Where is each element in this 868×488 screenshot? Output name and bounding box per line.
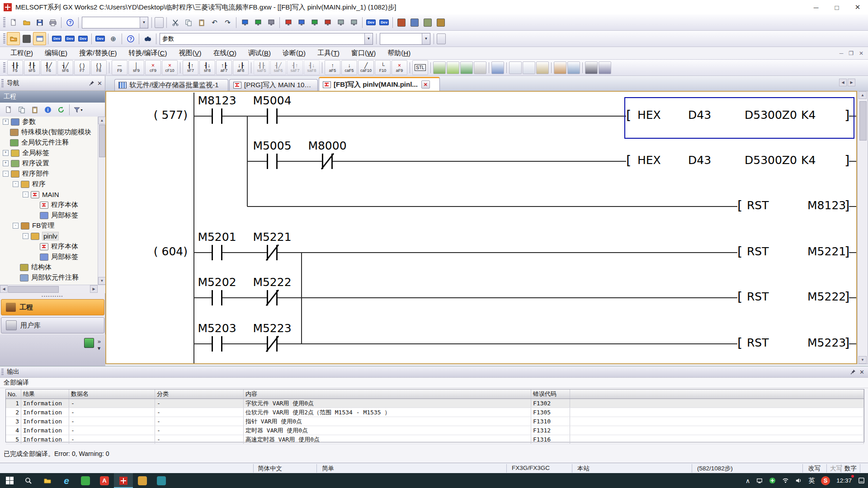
menu-调试[interactable]: 调试(B) [242, 47, 277, 59]
find-target-combo[interactable]: 参数▼ [160, 33, 373, 45]
app-red-a[interactable]: A [95, 473, 114, 488]
statement-doc-button[interactable] [509, 61, 522, 74]
close-button[interactable]: ✕ [847, 0, 868, 14]
open-button[interactable] [20, 16, 33, 29]
ladder-symbol-aF5-button[interactable]: ↑aF5 [325, 60, 340, 75]
ladder-symbol-aF8-button[interactable]: ↓┠aF8 [233, 60, 249, 75]
expand-toggle-icon[interactable]: - [13, 181, 19, 187]
instruction-operand[interactable]: M5223 [807, 336, 846, 349]
connection-destination-icon[interactable] [84, 338, 94, 348]
ladder-symbol-saF7-button[interactable]: ┨↑saF7 [287, 60, 303, 75]
small-button[interactable] [437, 33, 446, 44]
tray-pc-icon[interactable] [753, 473, 766, 488]
column-header-错误代码[interactable]: 错误代码 [531, 389, 570, 399]
ladder-symbol-STL-button[interactable]: STL [412, 60, 428, 75]
instruction-operand[interactable]: D43 [688, 154, 711, 167]
tree-item-程序设置[interactable]: +程序设置 [0, 158, 98, 169]
ladder-symbol-sF7-button[interactable]: ┨↑sF7 [183, 60, 198, 75]
expand-toggle-icon[interactable]: + [3, 150, 9, 156]
instruction-mnemonic[interactable]: HEX [637, 154, 661, 167]
sogou-ime-icon[interactable]: S [818, 473, 833, 488]
clock[interactable]: 12:37 [833, 473, 855, 488]
ladder-symbol-F5-button[interactable]: ┨┠F5 [7, 60, 23, 75]
ladder-symbol-F9-button[interactable]: ─F9 [112, 60, 127, 75]
new-button[interactable] [7, 16, 20, 29]
expand-chevron-icon[interactable]: »▾ [98, 338, 101, 352]
nav-tab-userlib[interactable]: 用户库 [1, 317, 104, 333]
tray-green-icon[interactable] [766, 473, 779, 488]
app-green[interactable] [76, 473, 95, 488]
device-label[interactable]: M5223 [238, 322, 306, 335]
ladder-symbol-F6-button[interactable]: ┨╱F6 [41, 60, 57, 75]
menu-工具[interactable]: 工具(T) [311, 47, 345, 59]
ladder-symbol-caF10-button[interactable]: ╱caF10 [358, 60, 374, 75]
docking-window-button[interactable] [20, 32, 33, 45]
project-data-combo[interactable]: ▼ [82, 17, 148, 28]
tab-close-icon[interactable]: ✕ [421, 80, 430, 89]
device-display-button[interactable]: Dev [364, 16, 377, 29]
instruction-mnemonic[interactable]: RST [747, 336, 769, 349]
tree-item-结构体[interactable]: 结构体 [0, 262, 98, 272]
copy-button[interactable] [182, 16, 195, 29]
read-from-plc-button[interactable] [295, 16, 308, 29]
program-check-button[interactable] [408, 16, 421, 29]
ladder-symbol-F7-button[interactable]: ( )F7 [74, 60, 90, 75]
redo-button[interactable]: ↷ [221, 16, 234, 29]
app-gold[interactable] [133, 473, 152, 488]
tree-item-pinlv[interactable]: -pinlv [0, 231, 98, 241]
tree-item-FB管理[interactable]: -FB管理 [0, 221, 98, 231]
ladder-symbol-sF9-button[interactable]: │sF9 [128, 60, 144, 75]
drag-grip[interactable] [1, 369, 4, 375]
wifi-icon[interactable] [779, 473, 792, 488]
expand-toggle-icon[interactable]: - [13, 223, 19, 229]
device-label[interactable]: M5221 [238, 230, 306, 244]
device-batch-button[interactable]: Dev [377, 16, 391, 29]
device-monitor-button[interactable] [238, 16, 251, 29]
find-value-combo[interactable]: ▼ [380, 33, 430, 45]
comment-display-button[interactable]: Dev [50, 32, 63, 45]
help2-button[interactable]: ? [124, 32, 137, 45]
tree-vertical-scrollbar[interactable]: ▲ ▼ [98, 117, 106, 285]
expand-toggle-icon[interactable]: - [23, 192, 28, 197]
instruction-operand[interactable]: D5300Z0 [745, 154, 797, 167]
device-label[interactable]: M5004 [238, 94, 306, 107]
output-close-icon[interactable]: ✕ [859, 369, 864, 375]
edit-disabled-button[interactable] [474, 61, 486, 74]
combo-dropdown-icon[interactable]: ▼ [364, 33, 373, 44]
internet-explorer[interactable]: e [57, 473, 76, 488]
zoom-tool-button[interactable] [599, 61, 611, 74]
print-button[interactable] [46, 16, 59, 29]
tree-item-程序部件[interactable]: -程序部件 [0, 169, 98, 179]
monitor-b-button[interactable] [347, 16, 360, 29]
insert-coil-button[interactable] [460, 61, 473, 74]
ladder-symbol-cF9-button[interactable]: ×cF9 [145, 60, 161, 75]
tree-item-程序[interactable]: -程序 [0, 179, 98, 189]
stop-monitor-button[interactable] [321, 16, 334, 29]
project-window-button[interactable] [7, 32, 20, 45]
tree-item-全局标签[interactable]: +全局标签 [0, 148, 98, 158]
editor-vertical-scrollbar[interactable]: ▲ ▼ [857, 91, 868, 364]
start-monitor-button[interactable] [308, 16, 321, 29]
data-info-button[interactable]: i [41, 103, 54, 117]
cut-button[interactable] [169, 16, 182, 29]
tree-item-MAIN[interactable]: -MAIN [0, 189, 98, 200]
expand-toggle-icon[interactable]: - [23, 233, 28, 239]
tree-item-局部软元件注释[interactable]: 局部软元件注释 [0, 272, 98, 283]
device-test-button[interactable]: Dev [94, 32, 107, 45]
inline-st-button[interactable] [491, 61, 504, 74]
panel-splitter[interactable]: ▪▪▪▪▪▪▪▪▪▪ [0, 293, 105, 299]
logic-test-button[interactable] [395, 16, 408, 29]
ladder-symbol-saF8-button[interactable]: ┨↓saF8 [304, 60, 320, 75]
tree-item-局部标签[interactable]: 局部标签 [0, 210, 98, 221]
expand-toggle-icon[interactable]: - [3, 171, 9, 177]
ladder-canvas[interactable]: ( 577)M8123M5004[]HEXD43D5300Z0K4M5005M8… [105, 91, 857, 364]
find-button[interactable] [141, 32, 154, 45]
undo-button[interactable]: ↶ [208, 16, 221, 29]
minimize-button[interactable]: ─ [806, 0, 826, 14]
tree-item-程序本体[interactable]: 程序本体 [0, 241, 98, 252]
menu-编辑[interactable]: 编辑(E) [39, 47, 73, 59]
ladder-symbol-F10-button[interactable]: └F10 [375, 60, 391, 75]
instruction-mnemonic[interactable]: RST [747, 290, 769, 303]
combo-dropdown-icon[interactable]: ▼ [140, 17, 148, 28]
intelligent-monitor-button[interactable] [264, 16, 278, 29]
